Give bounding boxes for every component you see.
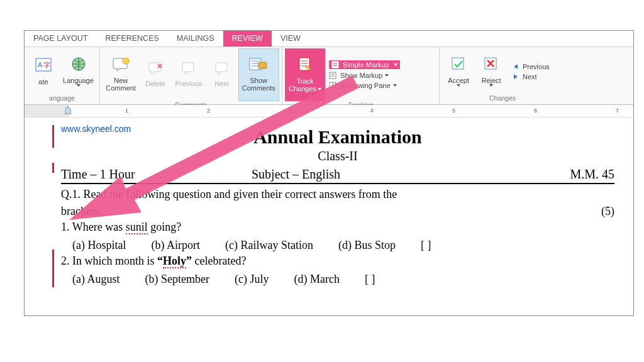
previous-comment-button[interactable]: Previous xyxy=(172,60,205,89)
question-1-1: 1. Where was sunil going? xyxy=(61,221,614,234)
question-1-2: 2. In which month is “Holy” celebrated? xyxy=(61,255,614,268)
question-1-heading: Q.1. Read the following question and giv… xyxy=(61,188,614,201)
svg-rect-23 xyxy=(330,72,336,79)
arrow-right-icon xyxy=(511,73,520,80)
reject-button[interactable]: Reject xyxy=(475,55,508,88)
subject-text: Subject – English xyxy=(252,167,340,182)
new-comment-button[interactable]: New Comment xyxy=(103,56,139,94)
accept-icon xyxy=(450,56,467,74)
svg-text:A: A xyxy=(38,61,43,69)
question-1-2-options: (a) August (b) September (c) July (d) Ma… xyxy=(61,273,614,286)
svg-rect-9 xyxy=(182,63,194,72)
tab-review[interactable]: REVIEW xyxy=(223,31,272,47)
change-bar xyxy=(52,125,54,148)
page-title: Annual Examination xyxy=(61,126,614,148)
max-marks-text: M.M. 45 xyxy=(570,167,614,182)
comment-next-icon xyxy=(214,62,230,77)
translate-button[interactable]: A字 ate xyxy=(27,56,60,87)
tab-page-layout[interactable]: PAGE LAYOUT xyxy=(25,31,96,47)
comment-delete-icon xyxy=(148,62,163,77)
translate-icon: A字 xyxy=(35,57,52,75)
tab-mailings[interactable]: MAILINGS xyxy=(168,31,223,47)
show-comments-button[interactable]: Show Comments xyxy=(238,48,279,101)
track-changes-button[interactable]: Track Changes xyxy=(285,48,325,101)
reviewing-pane-dropdown[interactable]: Reviewing Pane xyxy=(329,82,400,89)
svg-rect-20 xyxy=(332,62,338,68)
question-1-marks: (5) xyxy=(601,205,614,218)
horizontal-ruler[interactable]: 1 2 3 4 5 6 7 xyxy=(25,105,633,118)
info-row: Time – 1 Hour Subject – English M.M. 45 xyxy=(61,167,614,182)
chevron-down-icon xyxy=(394,63,397,66)
chevron-down-icon xyxy=(318,88,321,90)
show-comments-icon xyxy=(249,57,268,74)
time-text: Time – 1 Hour xyxy=(61,167,135,182)
group-label-language: anguage xyxy=(27,94,97,103)
change-bar xyxy=(52,250,54,287)
tab-references[interactable]: REFERENCES xyxy=(96,31,167,47)
svg-rect-10 xyxy=(216,63,227,72)
watermark-link: www.skyneel.com xyxy=(61,124,131,134)
change-bar xyxy=(52,163,54,173)
reject-icon xyxy=(483,56,499,74)
accept-button[interactable]: Accept xyxy=(442,55,475,88)
chevron-down-icon xyxy=(385,74,389,77)
comment-prev-icon xyxy=(181,62,196,77)
arrow-left-icon xyxy=(511,63,520,70)
svg-rect-28 xyxy=(452,58,464,69)
language-button[interactable]: Language xyxy=(60,55,97,88)
indent-marker-icon[interactable] xyxy=(65,106,71,115)
svg-text:字: 字 xyxy=(43,61,50,69)
comment-new-icon xyxy=(112,57,130,74)
display-for-review-dropdown[interactable]: Simple Markup xyxy=(329,60,400,69)
chevron-down-icon xyxy=(457,84,460,87)
previous-change-button[interactable]: Previous xyxy=(511,63,550,70)
question-1-1-options: (a) Hospital (b) Airport (c) Railway Sta… xyxy=(61,239,614,252)
group-label-changes: Changes xyxy=(442,94,563,103)
class-line: Class-II xyxy=(61,149,614,163)
markup-icon xyxy=(331,61,340,69)
tab-view[interactable]: VIEW xyxy=(272,31,309,47)
spelling-error: Holy xyxy=(163,255,186,268)
svg-point-5 xyxy=(123,58,129,64)
chevron-down-icon xyxy=(393,84,397,87)
globe-icon xyxy=(70,56,87,74)
reviewing-pane-icon xyxy=(329,82,338,89)
chevron-down-icon xyxy=(489,84,493,87)
chevron-down-icon xyxy=(77,84,80,87)
show-markup-icon xyxy=(329,72,338,79)
next-change-button[interactable]: Next xyxy=(511,73,550,80)
next-comment-button[interactable]: Next xyxy=(206,60,238,89)
track-changes-icon xyxy=(297,57,313,75)
ribbon-tabs: PAGE LAYOUT REFERENCES MAILINGS REVIEW V… xyxy=(25,31,633,47)
show-markup-dropdown[interactable]: Show Markup xyxy=(329,72,400,79)
delete-comment-button[interactable]: Delete xyxy=(139,60,172,89)
document-page[interactable]: www.skyneel.com Annual Examination Class… xyxy=(25,118,633,292)
divider-line xyxy=(61,183,614,184)
svg-rect-15 xyxy=(258,62,267,69)
spelling-error: sunil xyxy=(126,221,148,234)
ribbon: A字 ate Language anguage xyxy=(25,47,633,105)
